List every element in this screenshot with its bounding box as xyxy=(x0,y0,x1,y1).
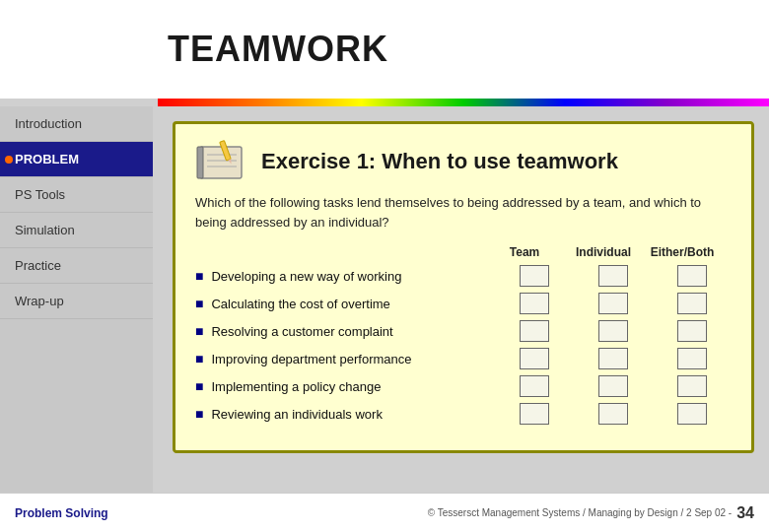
page-number: 34 xyxy=(736,504,754,522)
checkbox-group-3 xyxy=(495,320,732,342)
bottom-left-label: Problem Solving xyxy=(15,506,108,520)
checkbox-either-6[interactable] xyxy=(653,403,732,425)
exercise-card: Exercise 1: When to use teamwork Which o… xyxy=(173,121,754,453)
checkbox-either-5[interactable] xyxy=(653,375,732,397)
bottom-right: © Tessersct Management Systems / Managin… xyxy=(428,504,754,522)
checkbox-either-4[interactable] xyxy=(653,348,732,369)
checkbox-team-5[interactable] xyxy=(495,375,574,397)
bullet-icon-3: ■ xyxy=(195,323,203,339)
exercise-title: Exercise 1: When to use teamwork xyxy=(261,149,618,174)
checkbox-team-3[interactable] xyxy=(495,320,574,342)
checkbox-either-1[interactable] xyxy=(653,265,732,287)
row-label-1: Developing a new way of working xyxy=(211,269,495,284)
checkbox-team-2[interactable] xyxy=(495,293,574,314)
exercise-header: Exercise 1: When to use teamwork xyxy=(195,139,732,183)
bullet-icon-1: ■ xyxy=(195,268,203,284)
checkbox-group-5 xyxy=(495,375,732,397)
checkbox-individual-2[interactable] xyxy=(574,293,653,314)
checkbox-individual-4[interactable] xyxy=(574,348,653,369)
row-label-5: Implementing a policy change xyxy=(211,379,495,394)
checkbox-individual-5[interactable] xyxy=(574,375,653,397)
row-label-2: Calculating the cost of overtime xyxy=(211,297,495,311)
table-row: ■ Calculating the cost of overtime xyxy=(195,293,732,314)
table-row: ■ Reviewing an individuals work xyxy=(195,403,732,425)
table-row: ■ Developing a new way of working xyxy=(195,265,732,287)
copyright-text: © Tessersct Management Systems / Managin… xyxy=(428,507,732,518)
checkbox-group-1 xyxy=(495,265,732,287)
sidebar-item-simulation[interactable]: Simulation xyxy=(0,213,153,248)
table-header-row: Team Individual Either/Both xyxy=(195,245,732,259)
header: TEAMWORK xyxy=(0,0,769,99)
sidebar-item-problem[interactable]: PROBLEM xyxy=(0,142,153,177)
main-content: Exercise 1: When to use teamwork Which o… xyxy=(158,106,769,493)
checkbox-either-2[interactable] xyxy=(653,293,732,314)
table-row: ■ Resolving a customer complaint xyxy=(195,320,732,342)
col-header-either: Either/Both xyxy=(643,245,722,259)
row-label-4: Improving department performance xyxy=(211,352,495,366)
rainbow-bar xyxy=(158,99,769,106)
checkbox-either-3[interactable] xyxy=(653,320,732,342)
checkbox-team-1[interactable] xyxy=(495,265,574,287)
checkbox-individual-6[interactable] xyxy=(574,403,653,425)
checkbox-individual-3[interactable] xyxy=(574,320,653,342)
bullet-icon-5: ■ xyxy=(195,378,203,394)
sidebar-item-introduction[interactable]: Introduction xyxy=(0,106,153,142)
row-label-3: Resolving a customer complaint xyxy=(211,324,495,339)
col-header-individual: Individual xyxy=(564,245,643,259)
table-row: ■ Improving department performance xyxy=(195,348,732,369)
bottom-bar: Problem Solving © Tessersct Management S… xyxy=(0,493,769,532)
svg-rect-6 xyxy=(197,147,203,178)
checkbox-group-4 xyxy=(495,348,732,369)
svg-rect-5 xyxy=(200,147,242,178)
checkbox-team-6[interactable] xyxy=(495,403,574,425)
checkbox-individual-1[interactable] xyxy=(574,265,653,287)
bullet-icon-4: ■ xyxy=(195,351,203,366)
bullet-icon-2: ■ xyxy=(195,296,203,311)
checkbox-group-2 xyxy=(495,293,732,314)
table-row: ■ Implementing a policy change xyxy=(195,375,732,397)
exercise-description: Which of the following tasks lend themse… xyxy=(195,193,732,232)
page-title: TEAMWORK xyxy=(168,29,388,70)
bullet-icon-6: ■ xyxy=(195,406,203,422)
row-label-6: Reviewing an individuals work xyxy=(211,407,495,422)
checkbox-team-4[interactable] xyxy=(495,348,574,369)
col-header-team: Team xyxy=(485,245,564,259)
checkbox-group-6 xyxy=(495,403,732,425)
sidebar-item-ps-tools[interactable]: PS Tools xyxy=(0,177,153,213)
sidebar-item-practice[interactable]: Practice xyxy=(0,248,153,284)
sidebar: Introduction PROBLEM PS Tools Simulation… xyxy=(0,106,153,493)
exercise-table: Team Individual Either/Both ■ Developing… xyxy=(195,245,732,425)
sidebar-item-wrap-up[interactable]: Wrap-up xyxy=(0,284,153,319)
notebook-icon xyxy=(195,139,249,183)
